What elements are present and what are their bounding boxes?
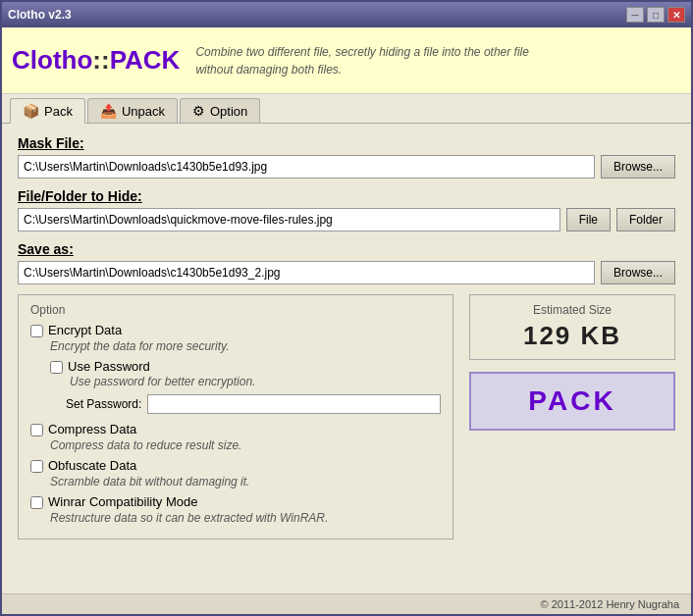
tab-option-label: Option bbox=[210, 104, 247, 119]
mask-file-label: Mask File: bbox=[18, 135, 675, 151]
title-bar-buttons: ─ □ ✕ bbox=[626, 7, 685, 23]
file-to-hide-label: File/Folder to Hide: bbox=[18, 188, 675, 204]
pack-button[interactable]: PACK bbox=[469, 372, 675, 431]
winrar-compat-checkbox[interactable] bbox=[30, 496, 43, 509]
tab-pack-label: Pack bbox=[44, 104, 73, 119]
compress-data-label: Compress Data bbox=[48, 422, 136, 436]
app-name-prefix: Clotho bbox=[12, 45, 92, 75]
winrar-compat-row: Winrar Compatibility Mode bbox=[30, 494, 441, 509]
mask-file-input[interactable] bbox=[18, 155, 595, 179]
footer: © 2011-2012 Henry Nugraha bbox=[2, 593, 691, 614]
minimize-button[interactable]: ─ bbox=[626, 7, 644, 23]
set-password-label: Set Password: bbox=[66, 397, 141, 411]
set-password-row: Set Password: bbox=[66, 394, 441, 414]
file-button[interactable]: File bbox=[566, 208, 611, 231]
use-password-desc: Use password for better encryption. bbox=[70, 375, 441, 388]
obfuscate-data-row: Obfuscate Data bbox=[30, 458, 441, 473]
right-panel: Estimated Size 129 KB PACK bbox=[469, 294, 675, 539]
obfuscate-data-checkbox[interactable] bbox=[30, 460, 43, 473]
winrar-compat-label: Winrar Compatibility Mode bbox=[48, 494, 197, 509]
estimated-size-label: Estimated Size bbox=[482, 303, 663, 317]
save-as-input[interactable] bbox=[18, 261, 595, 284]
file-to-hide-row: File Folder bbox=[18, 208, 675, 231]
winrar-compat-desc: Restructure data so it can be extracted … bbox=[50, 511, 441, 525]
save-as-label: Save as: bbox=[18, 241, 675, 257]
file-to-hide-input[interactable] bbox=[18, 208, 560, 231]
compress-data-desc: Compress data to reduce result size. bbox=[50, 438, 441, 452]
left-panel: Option Encrypt Data Encrypt the data for… bbox=[18, 294, 453, 539]
title-bar-text: Clotho v2.3 bbox=[8, 8, 72, 22]
tab-option[interactable]: ⚙ Option bbox=[180, 98, 260, 123]
file-to-hide-group: File/Folder to Hide: File Folder bbox=[18, 188, 675, 231]
mask-file-row: Browse... bbox=[18, 155, 675, 179]
estimated-size-value: 129 KB bbox=[482, 321, 663, 351]
use-password-label: Use Password bbox=[68, 359, 150, 374]
encrypt-data-label: Encrypt Data bbox=[48, 323, 122, 337]
obfuscate-data-label: Obfuscate Data bbox=[48, 458, 136, 473]
mask-file-group: Mask File: Browse... bbox=[18, 135, 675, 179]
set-password-input[interactable] bbox=[147, 394, 441, 414]
mask-file-browse-button[interactable]: Browse... bbox=[601, 155, 675, 179]
app-title: Clotho::PACK bbox=[12, 45, 180, 76]
encrypt-data-checkbox[interactable] bbox=[30, 325, 43, 337]
header-banner: Clotho::PACK Combine two different file,… bbox=[2, 27, 691, 94]
option-box-title: Option bbox=[30, 303, 441, 317]
compress-data-row: Compress Data bbox=[30, 422, 441, 436]
pack-tab-icon: 📦 bbox=[23, 103, 39, 119]
folder-button[interactable]: Folder bbox=[616, 208, 675, 231]
app-name-suffix: PACK bbox=[110, 45, 181, 75]
maximize-button[interactable]: □ bbox=[647, 7, 665, 23]
footer-text: © 2011-2012 Henry Nugraha bbox=[541, 598, 679, 610]
save-as-row: Browse... bbox=[18, 261, 675, 284]
estimated-size-box: Estimated Size 129 KB bbox=[469, 294, 675, 360]
use-password-checkbox[interactable] bbox=[50, 361, 63, 374]
obfuscate-data-desc: Scramble data bit without damaging it. bbox=[50, 475, 441, 488]
title-bar: Clotho v2.3 ─ □ ✕ bbox=[2, 2, 691, 27]
tab-pack[interactable]: 📦 Pack bbox=[10, 98, 85, 124]
tab-unpack[interactable]: 📤 Unpack bbox=[87, 98, 178, 123]
save-as-browse-button[interactable]: Browse... bbox=[601, 261, 675, 284]
use-password-subgroup: Use Password Use password for better enc… bbox=[50, 359, 441, 388]
tab-unpack-label: Unpack bbox=[122, 104, 165, 119]
option-tab-icon: ⚙ bbox=[192, 103, 205, 119]
tabs-bar: 📦 Pack 📤 Unpack ⚙ Option bbox=[2, 94, 691, 124]
unpack-tab-icon: 📤 bbox=[100, 103, 117, 119]
use-password-row: Use Password bbox=[50, 359, 441, 374]
compress-data-checkbox[interactable] bbox=[30, 424, 43, 436]
content-body: Option Encrypt Data Encrypt the data for… bbox=[18, 294, 675, 539]
app-name-separator: :: bbox=[92, 45, 109, 75]
main-content: Mask File: Browse... File/Folder to Hide… bbox=[2, 124, 691, 593]
close-button[interactable]: ✕ bbox=[667, 7, 685, 23]
option-box: Option Encrypt Data Encrypt the data for… bbox=[18, 294, 453, 539]
save-as-group: Save as: Browse... bbox=[18, 241, 675, 284]
encrypt-data-desc: Encrypt the data for more security. bbox=[50, 339, 441, 353]
header-description: Combine two different file, secretly hid… bbox=[195, 43, 529, 78]
main-window: Clotho v2.3 ─ □ ✕ Clotho::PACK Combine t… bbox=[0, 0, 693, 616]
encrypt-data-row: Encrypt Data bbox=[30, 323, 441, 337]
